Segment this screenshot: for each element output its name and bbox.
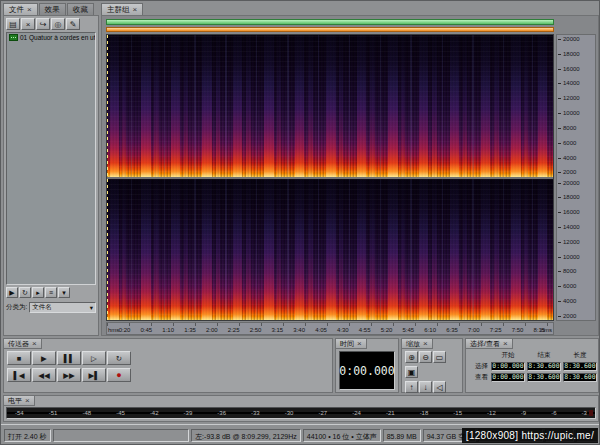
- zoom-in-vertical-button[interactable]: ↑: [405, 381, 418, 393]
- db-scale-label: -18: [420, 410, 429, 416]
- spectral-bar: [264, 35, 274, 177]
- play-preview-button[interactable]: ▶: [6, 287, 18, 298]
- rewind-button[interactable]: ◀◀: [32, 368, 56, 382]
- play-looped-button[interactable]: ↻: [107, 351, 131, 365]
- close-icon[interactable]: ×: [357, 339, 362, 348]
- filter-files-button[interactable]: ▾: [58, 287, 70, 298]
- clip-indicator[interactable]: [589, 410, 593, 416]
- close-icon[interactable]: ×: [133, 5, 138, 14]
- timeline-ruler[interactable]: hms0:200:451:101:352:002:252:503:153:404…: [106, 322, 554, 335]
- value-field-0[interactable]: 0:00.000: [491, 362, 525, 371]
- spectral-bar: [184, 179, 188, 321]
- db-scale-label: -9: [521, 410, 526, 416]
- zoom-full-button[interactable]: ▣: [405, 366, 418, 378]
- tab-effects-label: 效果: [45, 5, 60, 15]
- close-file-button[interactable]: ×: [21, 18, 35, 30]
- playhead-cursor[interactable]: [107, 35, 108, 320]
- zoom-left-edge-button[interactable]: ◁: [433, 381, 446, 393]
- frequency-scale-left: 2000018000160001400012000100008000600040…: [557, 35, 593, 177]
- spectral-display[interactable]: [106, 34, 554, 321]
- go-to-end-button[interactable]: ▶▌: [82, 368, 106, 382]
- sort-by-select[interactable]: 文件名 ▾: [29, 302, 96, 313]
- tab-time[interactable]: 时间 ×: [336, 339, 367, 349]
- record-button[interactable]: ●: [107, 368, 131, 382]
- tab-zoom[interactable]: 缩放 ×: [402, 339, 433, 349]
- zoom-out-vertical-button[interactable]: ↓: [419, 381, 432, 393]
- spectral-bar: [349, 179, 350, 321]
- file-list[interactable]: 01 Quatuor à cordes en ut: [6, 32, 96, 285]
- spectral-bar: [194, 35, 195, 177]
- zoom-out-horizontal-button[interactable]: ⊖: [419, 351, 432, 363]
- auto-play-button[interactable]: ▸: [32, 287, 44, 298]
- import-file-button[interactable]: ▤: [6, 18, 20, 30]
- close-icon[interactable]: ×: [25, 396, 30, 405]
- spectral-bar: [264, 179, 274, 321]
- tab-selection-view[interactable]: 选择/查看 ×: [466, 339, 513, 349]
- frequency-tick-label: 12000: [557, 239, 593, 245]
- time-tick-label: 4:55: [359, 327, 371, 333]
- spectral-bar: [277, 35, 281, 177]
- spectral-bar: [388, 179, 398, 321]
- db-scale-label: -21: [386, 410, 395, 416]
- time-tick-label: 5:20: [381, 327, 393, 333]
- edit-file-button[interactable]: ✎: [66, 18, 80, 30]
- close-icon[interactable]: ×: [423, 339, 428, 348]
- spectrogram-channel-left[interactable]: [107, 35, 553, 177]
- tab-levels-label: 电平: [8, 396, 22, 406]
- spectral-bar: [216, 179, 220, 321]
- tab-transport[interactable]: 传送器 ×: [4, 339, 42, 349]
- value-field-1[interactable]: 8:30.600: [527, 362, 561, 371]
- frequency-ruler[interactable]: 2000018000160001400012000100008000600040…: [556, 34, 596, 321]
- channel-divider[interactable]: [107, 177, 553, 179]
- tab-effects[interactable]: 效果: [39, 3, 66, 15]
- tab-favorites[interactable]: 收藏: [67, 3, 94, 15]
- frequency-scale-right: 2000018000160001400012000100008000600040…: [557, 179, 593, 321]
- pause-button[interactable]: ▌▌: [57, 351, 81, 365]
- zoom-in-horizontal-button[interactable]: ⊕: [405, 351, 418, 363]
- play-from-cursor-button[interactable]: ▷: [82, 351, 106, 365]
- sort-by-value: 文件名: [32, 303, 52, 312]
- show-options-button[interactable]: ≡: [45, 287, 57, 298]
- value-field-1[interactable]: 8:30.600: [527, 373, 561, 382]
- tab-main-group[interactable]: 主群组 ×: [101, 3, 143, 15]
- time-display[interactable]: 0:00.000: [339, 351, 395, 390]
- stop-button[interactable]: ■: [7, 351, 31, 365]
- zoom-to-selection-button[interactable]: ▭: [433, 351, 446, 363]
- tab-levels[interactable]: 电平 ×: [4, 396, 35, 406]
- frequency-tick-label: 20000: [557, 180, 593, 186]
- main-group-panel: 主群组 × 2000018000160001400012000100008000…: [101, 3, 599, 336]
- time-tick-label: 7:00: [468, 327, 480, 333]
- spectral-bar: [503, 35, 504, 177]
- level-meter[interactable]: -54-51-48-45-42-39-36-33-30-27-24-21-18-…: [6, 407, 596, 419]
- editor-area: 2000018000160001400012000100008000600040…: [101, 15, 599, 336]
- db-scale-label: -3: [582, 410, 587, 416]
- spectral-bar: [357, 35, 366, 177]
- time-tick-label: 7:50: [512, 327, 524, 333]
- value-field-0[interactable]: 0:00.000: [491, 373, 525, 382]
- close-icon[interactable]: ×: [503, 339, 508, 348]
- selection-range-bar[interactable]: [106, 27, 554, 32]
- go-to-start-button[interactable]: ▌◀: [7, 368, 31, 382]
- spectral-bar: [131, 179, 132, 321]
- play-button[interactable]: ▶: [32, 351, 56, 365]
- insert-into-multitrack-button[interactable]: ↪: [36, 18, 50, 30]
- insert-into-cd-button[interactable]: ◎: [51, 18, 65, 30]
- spectral-bar: [216, 35, 220, 177]
- loop-preview-button[interactable]: ↻: [19, 287, 31, 298]
- spectrogram-channel-right[interactable]: [107, 179, 553, 321]
- fast-forward-button[interactable]: ▶▶: [57, 368, 81, 382]
- horizontal-scroll-bar[interactable]: [106, 19, 554, 25]
- file-list-item[interactable]: 01 Quatuor à cordes en ut: [7, 33, 95, 42]
- files-preview-buttons: ▶↻▸≡▾: [6, 287, 96, 298]
- close-icon[interactable]: ×: [32, 339, 37, 348]
- close-icon[interactable]: ×: [27, 5, 32, 14]
- tab-files[interactable]: 文件 ×: [3, 3, 38, 15]
- spectral-bar: [450, 179, 460, 321]
- value-field-2[interactable]: 8:30.600: [563, 362, 597, 371]
- frequency-tick-label: 12000: [557, 95, 593, 101]
- spectral-bar: [380, 35, 381, 177]
- selection-view-panel: 选择/查看 × 开始结束长度选择0:00.0008:30.6008:30.600…: [465, 338, 599, 393]
- tab-selection-view-label: 选择/查看: [470, 339, 500, 349]
- value-field-2[interactable]: 8:30.600: [563, 373, 597, 382]
- file-name-label: 01 Quatuor à cordes en ut: [20, 34, 95, 41]
